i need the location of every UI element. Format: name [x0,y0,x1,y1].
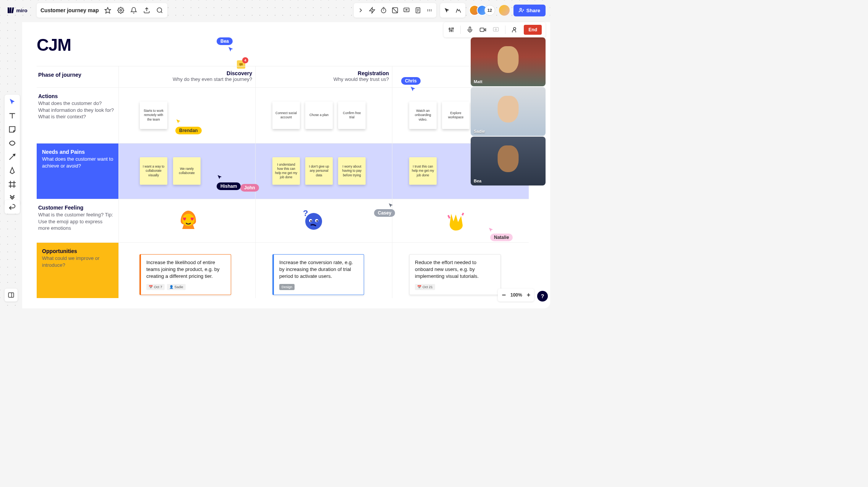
undo-icon[interactable] [8,203,16,211]
date-chip: 📅 Oct 21 [415,284,435,290]
feeling-row: Customer Feeling What is the customer fe… [37,199,529,242]
sticky-note[interactable]: I understand how this can help me get my… [272,157,300,185]
select-tool-icon[interactable] [8,98,16,106]
pen-tool-icon[interactable] [8,166,16,175]
zoom-level[interactable]: 100% [510,292,522,298]
audio-settings-icon[interactable] [447,26,455,34]
page-title[interactable]: CJM [37,35,71,55]
opportunity-card[interactable]: Reduce the effort needed to onboard new … [409,254,501,295]
zoom-in-button[interactable]: + [527,292,530,298]
collaborator-cursor-brendan: Brendan [175,118,202,134]
svg-point-35 [513,27,516,30]
needs-registration[interactable]: I understand how this can help me get my… [255,144,392,199]
sticky-note[interactable]: Starts to work remotely with the team [140,102,167,129]
sticky-note[interactable]: Chose a plan [305,102,333,129]
sticky-note[interactable]: We rarely collaborate [173,157,201,185]
sticky-note[interactable]: I trust this can help me get my job done [409,157,437,185]
bolt-icon[interactable] [368,6,376,14]
notes-icon[interactable] [414,6,422,14]
video-tile[interactable]: Bea [471,137,546,185]
help-button[interactable]: ? [537,291,548,302]
sticky-note[interactable]: Watch an onboarding video. [409,102,437,129]
miro-logo[interactable]: miro [5,6,34,15]
feeling-header: Customer Feeling What is the customer fe… [37,199,118,242]
svg-text:miro: miro [16,8,28,13]
svg-point-5 [120,10,122,11]
phase-registration[interactable]: Registration Why would they trust us? [255,66,392,87]
love-emoji-icon[interactable] [176,208,201,232]
timer-icon[interactable] [380,6,387,14]
end-call-button[interactable]: End [524,25,542,35]
feeling-discovery[interactable] [118,199,255,242]
more-icon[interactable] [426,6,433,14]
svg-rect-42 [240,63,243,66]
actions-row: Actions What does the customer do? What … [37,87,529,143]
participants-icon[interactable] [511,26,518,34]
screen-share-icon[interactable] [492,26,500,34]
collaborator-cursor-john: John [240,184,259,192]
sticky-note[interactable]: I worry about having to pay before tryin… [338,157,366,185]
phase-row: Phase of journey Discovery Why do they e… [37,66,529,87]
reactions-icon[interactable] [455,6,462,14]
video-panel: Matt Sadie Bea [471,37,546,186]
phase-discovery[interactable]: Discovery Why do they even start the jou… [118,66,255,87]
notification-bell-icon[interactable] [130,6,138,14]
svg-rect-2 [11,8,14,13]
current-user-avatar[interactable] [499,5,510,16]
video-tile[interactable]: Sadie [471,87,546,136]
needs-discovery[interactable]: I want a way to collaborate visually We … [118,144,255,199]
line-tool-icon[interactable] [8,153,16,161]
zoom-out-button[interactable]: − [502,291,506,299]
sticky-note[interactable]: I want a way to collaborate visually [140,157,167,185]
feeling-col3[interactable]: Natalie [392,199,529,242]
confused-emoji-icon[interactable]: ? [301,208,325,232]
avatar-overflow-count[interactable]: 12 [484,5,495,16]
board-title[interactable]: Customer journey map [40,7,99,13]
opportunity-card[interactable]: Increase the likelihood of entire teams … [139,254,231,295]
wave-emoji-icon[interactable] [444,208,468,232]
actions-registration[interactable]: Connect social account Chose a plan Conf… [255,88,392,143]
open-panel-button[interactable] [5,289,18,302]
owner-chip: 👤 Sadie [167,284,186,290]
opportunity-card[interactable]: Increase the conversion rate, e.g. by in… [272,254,364,295]
collab-tools-cluster [354,3,436,18]
zoom-control: − 100% + [498,289,534,302]
opp-registration[interactable]: Increase the conversion rate, e.g. by in… [255,243,392,298]
left-toolbar [5,95,20,205]
frame-tool-icon[interactable] [8,180,16,189]
camera-icon[interactable] [479,26,487,34]
settings-icon[interactable] [117,6,125,14]
microphone-icon[interactable] [466,26,474,34]
needs-header: Needs and Pains What does the customer w… [37,144,118,199]
actions-discovery[interactable]: Starts to work remotely with the team Br… [118,88,255,143]
sticky-note[interactable]: Confirm free trial [338,102,366,129]
sticky-tool-icon[interactable] [8,125,16,134]
actions-header: Actions What does the customer do? What … [37,88,118,143]
cursor-tracking-icon[interactable] [443,6,451,14]
sticky-note[interactable]: Explore workspace [442,102,470,129]
phase-label: Phase of journey [38,72,114,78]
hide-frames-icon[interactable] [391,6,399,14]
sticky-note[interactable]: Connect social account [272,102,300,129]
star-icon[interactable] [104,6,112,14]
collaborator-cursor-natalie: Natalie [490,234,513,241]
opp-discovery[interactable]: Increase the likelihood of entire teams … [118,243,255,298]
video-tile[interactable]: Matt [471,37,546,86]
search-icon[interactable] [156,6,164,14]
collaborator-cursor-casey: Casey [374,209,395,217]
svg-marker-8 [369,8,375,13]
text-tool-icon[interactable] [8,111,16,120]
export-icon[interactable] [143,6,151,14]
present-icon[interactable] [403,6,410,14]
svg-point-19 [427,9,428,10]
svg-point-20 [429,9,430,10]
chevron-right-icon[interactable] [357,6,364,14]
sticky-note[interactable]: I don't give up any personal data [305,157,333,185]
shape-tool-icon[interactable] [8,139,16,147]
svg-point-24 [431,10,431,11]
feeling-registration[interactable]: ? Casey [255,199,392,242]
share-button[interactable]: Share [513,5,546,16]
collaborator-avatars[interactable]: 12 [469,5,495,16]
collaborator-cursor-chris: Chris [401,77,421,85]
svg-marker-4 [105,8,111,13]
